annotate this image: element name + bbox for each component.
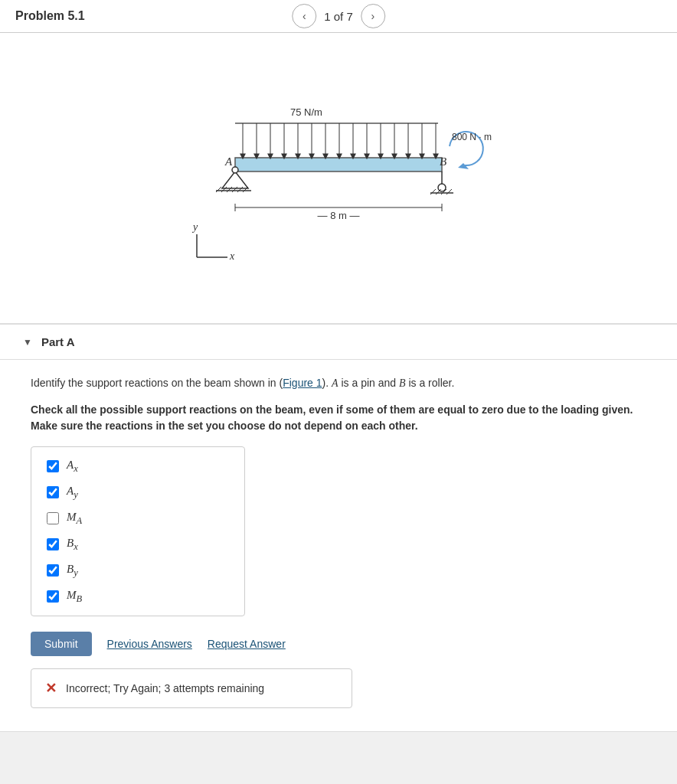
svg-line-48	[243, 187, 248, 192]
submit-button[interactable]: Submit	[31, 632, 92, 656]
checkbox-ax[interactable]	[47, 460, 59, 472]
svg-line-56	[446, 189, 452, 194]
checkbox-bx[interactable]	[47, 538, 59, 550]
svg-rect-4	[235, 158, 442, 172]
figure-link[interactable]: Figure 1	[283, 377, 322, 389]
checkbox-mb[interactable]	[47, 590, 59, 603]
checkbox-item-ax: Ax	[47, 458, 229, 475]
svg-marker-41	[222, 172, 248, 188]
svg-text:x: x	[229, 250, 235, 262]
question-text: Identify the support reactions on the be…	[31, 375, 646, 391]
part-a-header[interactable]: ▼ Part A	[0, 325, 677, 360]
feedback-box: ✕ Incorrect; Try Again; 3 attempts remai…	[31, 668, 352, 708]
svg-point-51	[438, 184, 446, 191]
svg-line-47	[237, 187, 243, 192]
svg-line-45	[227, 187, 232, 192]
previous-answers-button[interactable]: Previous Answers	[107, 638, 192, 650]
label-ma: MA	[67, 510, 82, 527]
part-a-body: Identify the support reactions on the be…	[0, 360, 677, 731]
svg-line-43	[216, 187, 221, 192]
checkbox-item-bx: Bx	[47, 536, 229, 553]
request-answer-button[interactable]: Request Answer	[208, 638, 286, 650]
next-arrow-icon: ›	[371, 10, 374, 22]
pagination-text: 1 of 7	[324, 10, 353, 23]
pagination: ‹ 1 of 7 ›	[292, 4, 385, 28]
label-ax: Ax	[67, 458, 78, 475]
checkbox-item-by: By	[47, 562, 229, 579]
instruction-text: Check all the possible support reactions…	[31, 402, 646, 434]
checkbox-group: Ax Ay MA Bx	[31, 446, 245, 616]
svg-text:800 N · m: 800 N · m	[452, 132, 492, 142]
checkbox-item-ay: Ay	[47, 484, 229, 501]
next-button[interactable]: ›	[361, 4, 385, 28]
svg-point-49	[232, 167, 238, 173]
svg-text:— 8 m —: — 8 m —	[318, 210, 360, 221]
checkbox-by[interactable]	[47, 564, 59, 577]
beam-diagram-svg: y x	[178, 77, 499, 276]
label-ay: Ay	[67, 484, 78, 501]
svg-text:B: B	[440, 155, 446, 168]
checkbox-item-mb: MB	[47, 588, 229, 605]
label-by: By	[67, 562, 78, 579]
svg-text:75 N/m: 75 N/m	[290, 106, 322, 118]
top-bar: Problem 5.1 ‹ 1 of 7 ›	[0, 0, 677, 33]
prev-arrow-icon: ‹	[303, 10, 306, 22]
actions-row: Submit Previous Answers Request Answer	[31, 632, 646, 656]
svg-line-46	[232, 187, 237, 192]
checkbox-item-ma: MA	[47, 510, 229, 527]
feedback-text: Incorrect; Try Again; 3 attempts remaini…	[66, 682, 264, 694]
prev-button[interactable]: ‹	[292, 4, 316, 28]
svg-line-53	[430, 189, 436, 194]
feedback-error-icon: ✕	[45, 680, 57, 697]
figure-diagram: y x	[178, 77, 499, 279]
svg-text:A: A	[224, 155, 233, 168]
problem-title: Problem 5.1	[15, 9, 85, 23]
checkbox-ma[interactable]	[47, 512, 59, 524]
checkbox-ay[interactable]	[47, 486, 59, 498]
label-bx: Bx	[67, 536, 78, 553]
svg-text:y: y	[191, 221, 198, 233]
part-a-label: Part A	[41, 335, 75, 348]
figure-area: y x	[0, 33, 677, 324]
collapse-arrow-icon: ▼	[23, 337, 32, 348]
part-a-section: ▼ Part A Identify the support reactions …	[0, 324, 677, 732]
label-mb: MB	[67, 588, 82, 605]
